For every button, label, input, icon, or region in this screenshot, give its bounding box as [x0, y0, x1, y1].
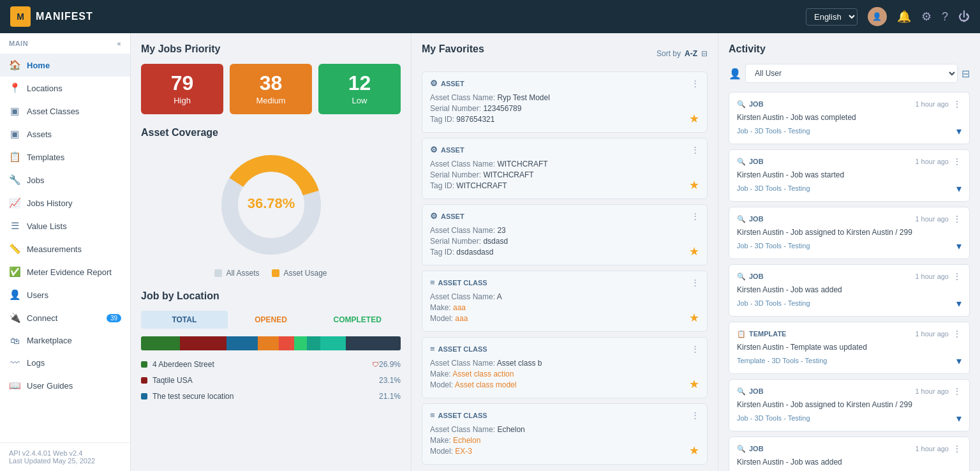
location-row-1[interactable]: 4 Aberdeen Street 🛡 26.9%	[141, 357, 401, 373]
locations-icon: 📍	[9, 82, 20, 94]
act-menu-4[interactable]: ⋮	[953, 329, 961, 339]
location-row-3[interactable]: The test secure location 21.1%	[141, 389, 401, 405]
sidebar-item-marketplace[interactable]: 🛍 Marketplace	[0, 329, 130, 352]
act-desc-0: Kirsten Austin - Job was completed	[737, 113, 961, 122]
activity-header-6: 🔍 JOB 1 hour ago ⋮	[737, 444, 961, 454]
act-expand-4[interactable]: ▾	[956, 355, 961, 367]
sidebar-item-asset-classes[interactable]: ▣ Asset Classes	[0, 100, 130, 123]
act-menu-3[interactable]: ⋮	[953, 271, 961, 281]
jobs-icon: 🔧	[9, 174, 20, 186]
fav-star-0[interactable]: ★	[689, 112, 699, 126]
tab-opened[interactable]: OPENED	[228, 311, 315, 329]
activity-item-6[interactable]: 🔍 JOB 1 hour ago ⋮ Kirsten Austin - Job …	[729, 437, 970, 471]
activity-item-4[interactable]: 📋 TEMPLATE 1 hour ago ⋮ Kirsten Austin -…	[729, 322, 970, 374]
fav-menu-0[interactable]: ⋮	[691, 78, 699, 88]
tab-completed[interactable]: COMPLETED	[314, 311, 401, 329]
priority-card-low[interactable]: 12 Low	[318, 64, 401, 114]
fav-star-4[interactable]: ★	[689, 377, 699, 391]
fav-menu-2[interactable]: ⋮	[691, 211, 699, 221]
act-menu-1[interactable]: ⋮	[953, 156, 961, 167]
fav-menu-5[interactable]: ⋮	[691, 410, 699, 420]
panel-center: My Favorites Sort by A-Z ⊟ ⚙ ASSET ⋮	[412, 33, 718, 471]
fav-card-header-2: ⚙ ASSET ⋮	[430, 211, 699, 221]
activity-item-0[interactable]: 🔍 JOB 1 hour ago ⋮ Kirsten Austin - Job …	[729, 92, 970, 144]
favorites-header: My Favorites Sort by A-Z ⊟	[422, 43, 708, 64]
act-menu-5[interactable]: ⋮	[953, 386, 961, 396]
act-expand-5[interactable]: ▾	[956, 412, 961, 424]
act-expand-0[interactable]: ▾	[956, 125, 961, 137]
fav-fields-0: Asset Class Name: Ryp Test Model Serial …	[430, 93, 689, 126]
act-expand-3[interactable]: ▾	[956, 297, 961, 310]
activity-item-2[interactable]: 🔍 JOB 1 hour ago ⋮ Kirsten Austin - Job …	[729, 207, 970, 259]
sidebar-item-locations[interactable]: 📍 Locations	[0, 77, 130, 100]
activity-item-1[interactable]: 🔍 JOB 1 hour ago ⋮ Kirsten Austin - Job …	[729, 149, 970, 202]
location-rows: 4 Aberdeen Street 🛡 26.9% Taqtile USA 23…	[141, 357, 401, 405]
sidebar-label-value-lists: Value Lists	[27, 221, 67, 231]
fav-card-0[interactable]: ⚙ ASSET ⋮ Asset Class Name: Ryp Test Mod…	[422, 71, 708, 133]
asset-icon-0: ⚙	[430, 78, 438, 88]
settings-icon[interactable]: ⚙	[921, 10, 932, 24]
fav-card-5[interactable]: ≡ ASSET CLASS ⋮ Asset Class Name: Echelo…	[422, 403, 708, 465]
act-time-4: 1 hour ago	[915, 330, 949, 338]
logout-icon[interactable]: ⏻	[958, 10, 970, 24]
sidebar-item-measurements[interactable]: 📏 Measurements	[0, 237, 130, 260]
notifications-icon[interactable]: 🔔	[897, 10, 911, 24]
avatar[interactable]: 👤	[868, 7, 887, 26]
fav-card-3[interactable]: ≡ ASSET CLASS ⋮ Asset Class Name: A Make…	[422, 271, 708, 332]
help-icon[interactable]: ?	[942, 10, 948, 24]
connect-icon: 🔌	[9, 312, 20, 324]
act-menu-2[interactable]: ⋮	[953, 214, 961, 224]
sidebar-label-home: Home	[27, 61, 50, 70]
act-menu-0[interactable]: ⋮	[953, 99, 961, 109]
sidebar-item-connect[interactable]: 🔌 Connect 39	[0, 306, 130, 329]
sidebar-item-jobs[interactable]: 🔧 Jobs	[0, 168, 130, 191]
activity-user-select[interactable]: All User	[745, 64, 958, 83]
act-header-right-3: 1 hour ago ⋮	[915, 271, 961, 281]
act-type-text-2: JOB	[749, 215, 764, 223]
fav-menu-1[interactable]: ⋮	[691, 145, 699, 154]
language-select[interactable]: English	[806, 8, 858, 26]
priority-card-medium[interactable]: 38 Medium	[230, 64, 312, 114]
fav-menu-3[interactable]: ⋮	[691, 278, 699, 287]
sidebar-item-users[interactable]: 👤 Users	[0, 283, 130, 306]
fav-star-5[interactable]: ★	[689, 444, 699, 458]
sidebar-item-meter-evidence[interactable]: ✅ Meter Evidence Report	[0, 260, 130, 283]
fav-star-2[interactable]: ★	[689, 244, 699, 258]
activity-item-3[interactable]: 🔍 JOB 1 hour ago ⋮ Kirsten Austin - Job …	[729, 264, 970, 317]
sidebar-item-jobs-history[interactable]: 📈 Jobs History	[0, 191, 130, 214]
act-type-5: 🔍 JOB	[737, 387, 764, 396]
legend-all-assets-dot	[214, 269, 222, 277]
sidebar-item-user-guides[interactable]: 📖 User Guides	[0, 374, 130, 397]
sidebar-item-logs[interactable]: 〰 Logs	[0, 352, 130, 374]
activity-filter-icon[interactable]: ⊟	[961, 68, 970, 80]
location-row-2[interactable]: Taqtile USA 23.1%	[141, 373, 401, 389]
priority-card-high[interactable]: 79 High	[141, 64, 223, 114]
fav-fields-3: Asset Class Name: A Make: aaa Model: aaa	[430, 292, 689, 325]
fav-star-3[interactable]: ★	[689, 311, 699, 325]
act-header-right-5: 1 hour ago ⋮	[915, 386, 961, 396]
sidebar-item-home[interactable]: 🏠 Home	[0, 54, 130, 77]
fav-card-2[interactable]: ⚙ ASSET ⋮ Asset Class Name: 23 Serial Nu…	[422, 204, 708, 265]
sidebar-item-templates[interactable]: 📋 Templates	[0, 146, 130, 168]
sidebar-label-jobs-history: Jobs History	[27, 198, 73, 208]
bar-seg-6	[294, 336, 307, 350]
bar-seg-5	[279, 336, 294, 350]
filter-icon[interactable]: ⊟	[701, 49, 708, 58]
tab-total[interactable]: TOTAL	[141, 311, 228, 329]
fav-star-1[interactable]: ★	[689, 178, 699, 192]
fav-menu-4[interactable]: ⋮	[691, 344, 699, 354]
fav-card-1[interactable]: ⚙ ASSET ⋮ Asset Class Name: WITCHCRAFT S…	[422, 138, 708, 199]
act-type-0: 🔍 JOB	[737, 100, 764, 108]
act-expand-1[interactable]: ▾	[956, 183, 961, 195]
activity-item-5[interactable]: 🔍 JOB 1 hour ago ⋮ Kirsten Austin - Job …	[729, 379, 970, 431]
act-menu-6[interactable]: ⋮	[953, 444, 961, 454]
sidebar-item-assets[interactable]: ▣ Assets	[0, 123, 130, 146]
fav-card-4[interactable]: ≡ ASSET CLASS ⋮ Asset Class Name: Asset …	[422, 337, 708, 398]
fav-card-body-2: Asset Class Name: 23 Serial Number: dsda…	[430, 226, 699, 258]
job-location-title: Job by Location	[141, 290, 401, 302]
sidebar-item-value-lists[interactable]: ☰ Value Lists	[0, 214, 130, 237]
activity-header-3: 🔍 JOB 1 hour ago ⋮	[737, 271, 961, 281]
stacked-bar	[141, 336, 401, 350]
sidebar-collapse-button[interactable]: «	[117, 40, 121, 47]
act-expand-2[interactable]: ▾	[956, 240, 961, 252]
